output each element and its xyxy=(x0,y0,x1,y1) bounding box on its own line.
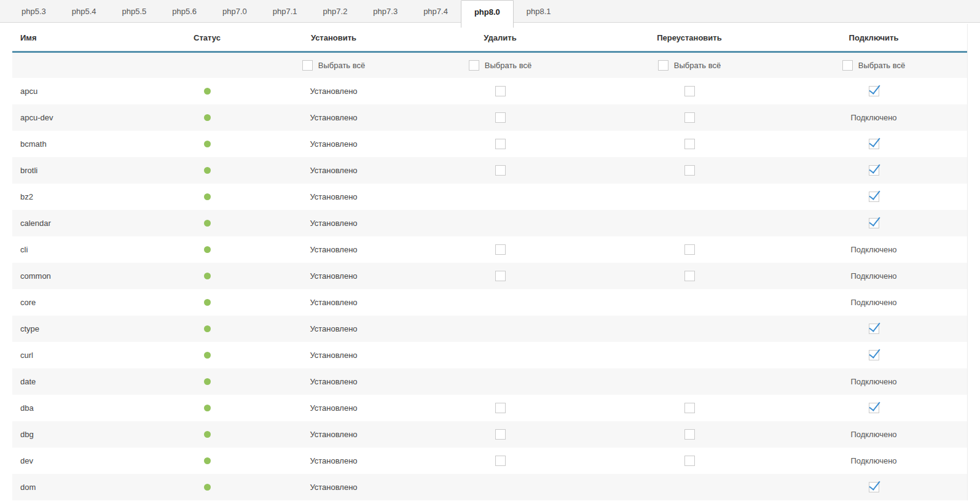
remove-checkbox[interactable] xyxy=(495,112,506,123)
connect-checkbox[interactable] xyxy=(869,218,879,228)
connected-label: Подключено xyxy=(850,377,896,386)
table-row: core Установлено Подключено xyxy=(12,289,967,316)
tab-php5.4[interactable]: php5.4 xyxy=(59,0,109,23)
install-status: Установлено xyxy=(265,87,402,96)
table-header-row: Имя Статус Установить Удалить Переустано… xyxy=(12,24,967,53)
select-all-label: Выбрать всё xyxy=(674,61,721,70)
connect-checkbox[interactable] xyxy=(869,86,879,96)
reinstall-checkbox[interactable] xyxy=(684,139,695,149)
tab-php5.6[interactable]: php5.6 xyxy=(159,0,210,23)
extension-name: bcmath xyxy=(12,139,149,149)
select-all-checkbox-install[interactable] xyxy=(302,60,313,71)
status-ok-dot-icon xyxy=(204,246,211,253)
remove-checkbox[interactable] xyxy=(495,139,506,149)
connect-checkbox[interactable] xyxy=(869,403,879,413)
table-row: apcu-dev Установлено Подключено xyxy=(12,104,967,131)
status-ok-dot-icon xyxy=(204,325,211,332)
connect-checkbox[interactable] xyxy=(869,482,879,492)
extension-name: bz2 xyxy=(12,192,149,201)
select-all-checkbox-connect[interactable] xyxy=(842,60,853,71)
remove-checkbox[interactable] xyxy=(495,86,506,96)
connected-label: Подключено xyxy=(850,456,896,465)
status-ok-dot-icon xyxy=(204,405,211,411)
status-ok-dot-icon xyxy=(204,431,211,438)
table-row: dev Установлено Подключено xyxy=(12,448,967,474)
table-row: calendar Установлено xyxy=(12,210,967,236)
install-status: Установлено xyxy=(265,245,402,254)
table-row: apcu Установлено xyxy=(12,78,967,104)
table-row: ctype Установлено xyxy=(12,316,967,342)
install-status: Установлено xyxy=(265,377,402,386)
connect-checkbox[interactable] xyxy=(869,192,879,202)
tab-php7.1[interactable]: php7.1 xyxy=(260,0,310,23)
install-status: Установлено xyxy=(265,483,402,492)
extension-name: dbg xyxy=(12,430,149,439)
reinstall-checkbox[interactable] xyxy=(684,456,695,466)
extension-name: common xyxy=(12,271,149,281)
status-ok-dot-icon xyxy=(204,193,211,200)
extension-name: apcu xyxy=(12,87,149,96)
connect-checkbox[interactable] xyxy=(869,139,879,149)
column-header-name: Имя xyxy=(12,33,149,42)
select-all-label: Выбрать всё xyxy=(858,61,905,70)
tab-php5.3[interactable]: php5.3 xyxy=(9,0,59,23)
select-all-label: Выбрать всё xyxy=(485,61,531,70)
status-ok-dot-icon xyxy=(204,484,211,491)
install-status: Установлено xyxy=(265,139,402,149)
install-status: Установлено xyxy=(265,298,402,307)
status-ok-dot-icon xyxy=(204,273,211,279)
remove-checkbox[interactable] xyxy=(495,271,506,281)
status-ok-dot-icon xyxy=(204,167,211,174)
connected-label: Подключено xyxy=(850,113,896,122)
status-ok-dot-icon xyxy=(204,88,211,95)
remove-checkbox[interactable] xyxy=(495,165,506,176)
table-row: date Установлено Подключено xyxy=(12,368,967,395)
install-status: Установлено xyxy=(265,351,402,360)
reinstall-checkbox[interactable] xyxy=(684,165,695,176)
install-status: Установлено xyxy=(265,271,402,281)
extension-name: brotli xyxy=(12,166,149,175)
connected-label: Подключено xyxy=(850,271,896,281)
extensions-table: Имя Статус Установить Удалить Переустано… xyxy=(12,24,968,500)
extension-name: date xyxy=(12,377,149,386)
select-all-checkbox-reinstall[interactable] xyxy=(658,60,668,71)
table-row: brotli Установлено xyxy=(12,157,967,184)
select-all-checkbox-remove[interactable] xyxy=(469,60,479,71)
status-ok-dot-icon xyxy=(204,352,211,359)
tab-php8.0[interactable]: php8.0 xyxy=(461,0,514,28)
tab-php7.4[interactable]: php7.4 xyxy=(410,0,461,23)
extension-name: apcu-dev xyxy=(12,113,149,122)
reinstall-checkbox[interactable] xyxy=(684,403,695,413)
table-row: dba Установлено xyxy=(12,395,967,421)
tab-php7.0[interactable]: php7.0 xyxy=(210,0,260,23)
extension-name: ctype xyxy=(12,324,149,333)
reinstall-checkbox[interactable] xyxy=(684,271,695,281)
install-status: Установлено xyxy=(265,219,402,228)
install-status: Установлено xyxy=(265,166,402,175)
status-ok-dot-icon xyxy=(204,220,211,227)
extension-name: dom xyxy=(12,483,149,492)
table-row: bz2 Установлено xyxy=(12,184,967,210)
install-status: Установлено xyxy=(265,456,402,465)
select-all-label: Выбрать всё xyxy=(318,61,365,70)
column-header-reinstall: Переустановить xyxy=(598,33,780,42)
connect-checkbox[interactable] xyxy=(869,165,879,176)
connect-checkbox[interactable] xyxy=(869,350,879,360)
status-ok-dot-icon xyxy=(204,141,211,147)
remove-checkbox[interactable] xyxy=(495,429,506,440)
reinstall-checkbox[interactable] xyxy=(684,429,695,440)
connected-label: Подключено xyxy=(850,245,896,254)
table-row: dbg Установлено Подключено xyxy=(12,421,967,448)
tab-php7.3[interactable]: php7.3 xyxy=(360,0,410,23)
tab-php7.2[interactable]: php7.2 xyxy=(310,0,361,23)
reinstall-checkbox[interactable] xyxy=(684,244,695,255)
remove-checkbox[interactable] xyxy=(495,403,506,413)
reinstall-checkbox[interactable] xyxy=(684,86,695,96)
remove-checkbox[interactable] xyxy=(495,244,506,255)
tab-php8.1[interactable]: php8.1 xyxy=(514,0,564,23)
tab-php5.5[interactable]: php5.5 xyxy=(109,0,160,23)
reinstall-checkbox[interactable] xyxy=(684,112,695,123)
install-status: Установлено xyxy=(265,430,402,439)
connect-checkbox[interactable] xyxy=(869,324,879,334)
remove-checkbox[interactable] xyxy=(495,456,506,466)
